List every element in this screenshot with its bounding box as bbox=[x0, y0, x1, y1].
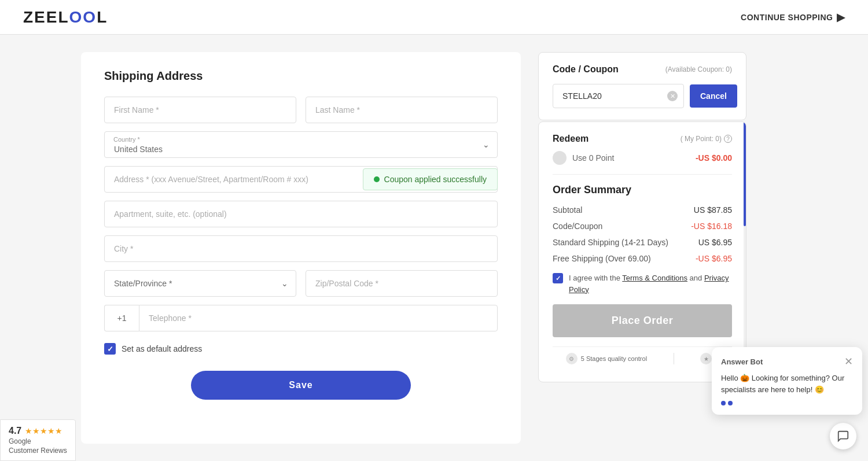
right-scrollable: Redeem ( My Point: 0) ? Use 0 Point -US … bbox=[538, 121, 746, 382]
quality-icon-2: ★ bbox=[700, 353, 712, 364]
rating-number: 4.7 bbox=[9, 426, 21, 436]
coupon-title: Code / Coupon bbox=[553, 64, 619, 75]
free-shipping-label: Free Shipping (Over 69.00) bbox=[553, 254, 651, 263]
customer-reviews-label: Customer Reviews bbox=[9, 447, 67, 455]
google-reviews: 4.7 ★★★★★ Google Customer Reviews bbox=[0, 419, 76, 461]
telephone-row: +1 bbox=[104, 305, 498, 331]
coupon-header: Code / Coupon (Available Coupon: 0) bbox=[553, 64, 732, 75]
shipping-panel: Shipping Address Country * United States… bbox=[81, 52, 521, 444]
default-address-label: Set as default address bbox=[122, 344, 202, 353]
first-name-field bbox=[104, 97, 296, 123]
state-zip-row: State/Province * ⌄ bbox=[104, 270, 498, 297]
terms-conditions-link[interactable]: Terms & Conditions bbox=[622, 274, 687, 282]
order-summary-title: Order Summary bbox=[553, 184, 732, 196]
save-button[interactable]: Save bbox=[191, 371, 411, 400]
arrow-icon: ▶ bbox=[837, 11, 845, 24]
state-select[interactable]: State/Province * bbox=[104, 270, 296, 297]
use-point-row: Use 0 Point -US $0.00 bbox=[553, 151, 732, 165]
shipping-value: US $6.95 bbox=[698, 238, 732, 247]
country-label: Country * bbox=[113, 136, 140, 143]
coupon-input-row: ✕ Cancel bbox=[553, 84, 732, 108]
country-row: Country * United States ⌄ bbox=[104, 131, 498, 158]
chat-popup: Answer Bot ✕ Hello 🎃 Looking for somethi… bbox=[712, 347, 862, 415]
name-row bbox=[104, 97, 498, 123]
redeem-section: Redeem ( My Point: 0) ? Use 0 Point -US … bbox=[553, 134, 732, 175]
info-icon[interactable]: ? bbox=[724, 135, 732, 143]
chat-popup-header: Answer Bot ✕ bbox=[721, 356, 853, 367]
place-order-button[interactable]: Place Order bbox=[553, 304, 732, 337]
rating-row: 4.7 ★★★★★ bbox=[9, 426, 67, 436]
phone-prefix: +1 bbox=[104, 305, 139, 331]
free-shipping-row: Free Shipping (Over 69.00) -US $6.95 bbox=[553, 254, 732, 263]
scroll-indicator[interactable] bbox=[744, 122, 746, 382]
free-shipping-value: -US $6.95 bbox=[696, 254, 732, 263]
coupon-input[interactable] bbox=[559, 84, 667, 108]
redeem-header: Redeem ( My Point: 0) ? bbox=[553, 134, 732, 144]
first-name-input[interactable] bbox=[104, 97, 296, 123]
quality-divider bbox=[674, 353, 674, 364]
chat-message: Hello 🎃 Looking for something? Our speci… bbox=[721, 373, 853, 395]
continue-shopping-label: CONTINUE SHOPPING bbox=[741, 13, 833, 22]
last-name-input[interactable] bbox=[306, 97, 498, 123]
terms-row: I agree with the Terms & Conditions and … bbox=[553, 272, 732, 295]
coupon-clear-icon[interactable]: ✕ bbox=[667, 91, 678, 101]
last-name-field bbox=[306, 97, 498, 123]
quality-icon-1: ⚙ bbox=[566, 353, 578, 364]
stars: ★★★★★ bbox=[25, 426, 62, 436]
subtotal-row: Subtotal US $87.85 bbox=[553, 205, 732, 215]
shipping-label: Standard Shipping (14-21 Days) bbox=[553, 238, 668, 247]
google-label: Google bbox=[9, 437, 67, 445]
subtotal-value: US $87.85 bbox=[694, 205, 732, 215]
chat-close-button[interactable]: ✕ bbox=[844, 356, 853, 367]
point-toggle: Use 0 Point bbox=[553, 151, 614, 165]
order-summary: Order Summary Subtotal US $87.85 Code/Co… bbox=[553, 184, 732, 370]
point-toggle-circle[interactable] bbox=[553, 151, 567, 165]
coupon-discount-value: -US $16.18 bbox=[691, 222, 732, 231]
continue-shopping-link[interactable]: CONTINUE SHOPPING ▶ bbox=[741, 11, 845, 24]
quality-bar: ⚙ 5 Stages quality control ★ 3 bbox=[553, 346, 732, 370]
city-wrapper bbox=[104, 235, 498, 262]
apartment-input[interactable] bbox=[104, 201, 498, 227]
zip-input[interactable] bbox=[306, 270, 498, 297]
available-coupon: (Available Coupon: 0) bbox=[665, 65, 732, 73]
coupon-discount-label: Code/Coupon bbox=[553, 222, 602, 231]
default-address-checkbox[interactable] bbox=[104, 343, 116, 355]
terms-text: I agree with the Terms & Conditions and … bbox=[569, 272, 732, 295]
chat-button[interactable] bbox=[830, 423, 856, 449]
header: ZEELOOL CONTINUE SHOPPING ▶ bbox=[0, 0, 868, 35]
coupon-toast-message: Coupon applied successfully bbox=[384, 175, 487, 184]
city-input[interactable] bbox=[104, 235, 498, 262]
answer-bot-label: Answer Bot bbox=[721, 357, 763, 366]
telephone-input[interactable] bbox=[139, 305, 498, 331]
country-field: Country * United States ⌄ bbox=[104, 131, 498, 158]
coupon-box: Code / Coupon (Available Coupon: 0) ✕ Ca… bbox=[538, 52, 746, 120]
chat-dots bbox=[721, 401, 853, 405]
subtotal-label: Subtotal bbox=[553, 205, 582, 215]
my-point: ( My Point: 0) ? bbox=[681, 135, 732, 143]
terms-checkbox[interactable] bbox=[553, 273, 563, 283]
quality-label-1: 5 Stages quality control bbox=[581, 355, 647, 362]
success-dot bbox=[374, 176, 380, 182]
chat-dot-2 bbox=[728, 401, 733, 405]
coupon-input-wrapper: ✕ bbox=[553, 84, 684, 108]
chat-dot-1 bbox=[721, 401, 726, 405]
logo: ZEELOOL bbox=[23, 8, 108, 27]
coupon-discount-row: Code/Coupon -US $16.18 bbox=[553, 222, 732, 231]
coupon-cancel-button[interactable]: Cancel bbox=[690, 84, 737, 108]
shipping-title: Shipping Address bbox=[104, 69, 498, 83]
quality-item-1: ⚙ 5 Stages quality control bbox=[566, 353, 647, 364]
state-field: State/Province * ⌄ bbox=[104, 270, 296, 297]
point-discount: -US $0.00 bbox=[696, 153, 732, 163]
country-select[interactable]: United States bbox=[104, 131, 498, 158]
address-wrapper: Coupon applied successfully bbox=[104, 166, 498, 193]
coupon-toast: Coupon applied successfully bbox=[363, 168, 498, 190]
apartment-wrapper bbox=[104, 201, 498, 227]
use-point-label: Use 0 Point bbox=[572, 153, 614, 163]
right-scrollable-inner: Redeem ( My Point: 0) ? Use 0 Point -US … bbox=[539, 122, 746, 382]
scroll-thumb bbox=[744, 122, 746, 226]
zip-field bbox=[306, 270, 498, 297]
default-address-row: Set as default address bbox=[104, 343, 498, 355]
redeem-title: Redeem bbox=[553, 134, 589, 144]
my-point-text: ( My Point: 0) bbox=[681, 135, 722, 143]
shipping-row: Standard Shipping (14-21 Days) US $6.95 bbox=[553, 238, 732, 247]
